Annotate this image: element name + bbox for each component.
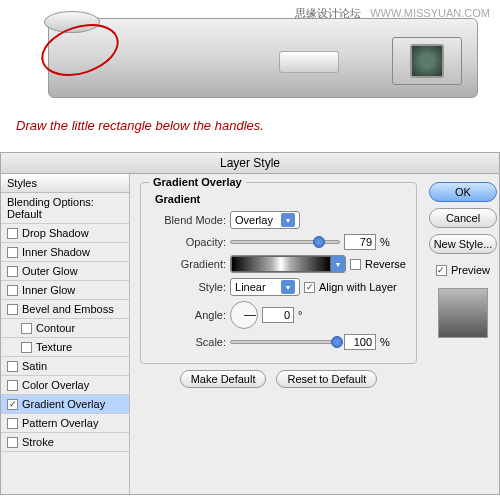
- style-label: Drop Shadow: [22, 227, 89, 239]
- style-label: Satin: [22, 360, 47, 372]
- style-item[interactable]: Contour: [1, 319, 129, 338]
- style-item[interactable]: Pattern Overlay: [1, 414, 129, 433]
- style-label: Bevel and Emboss: [22, 303, 114, 315]
- style-checkbox[interactable]: [7, 418, 18, 429]
- style-item[interactable]: Texture: [1, 338, 129, 357]
- camera-illustration: [8, 18, 492, 110]
- angle-label: Angle:: [151, 309, 226, 321]
- right-button-panel: OK Cancel New Style... ✓ Preview: [427, 174, 499, 494]
- new-style-button[interactable]: New Style...: [429, 234, 497, 254]
- reverse-checkbox[interactable]: [350, 259, 361, 270]
- dialog-title: Layer Style: [1, 153, 499, 174]
- style-item[interactable]: Inner Glow: [1, 281, 129, 300]
- preview-checkbox[interactable]: ✓: [436, 265, 447, 276]
- styles-list: Styles Blending Options: Default Drop Sh…: [1, 174, 130, 494]
- style-checkbox[interactable]: ✓: [7, 399, 18, 410]
- style-label: Texture: [36, 341, 72, 353]
- style-label: Gradient Overlay: [22, 398, 105, 410]
- blending-options[interactable]: Blending Options: Default: [1, 193, 129, 224]
- sub-title: Gradient: [155, 193, 406, 205]
- opacity-input[interactable]: 79: [344, 234, 376, 250]
- scale-label: Scale:: [151, 336, 226, 348]
- style-label: Color Overlay: [22, 379, 89, 391]
- cancel-button[interactable]: Cancel: [429, 208, 497, 228]
- style-item[interactable]: ✓Gradient Overlay: [1, 395, 129, 414]
- style-label: Style:: [151, 281, 226, 293]
- preview-label: Preview: [451, 264, 490, 276]
- style-item[interactable]: Bevel and Emboss: [1, 300, 129, 319]
- gradient-picker[interactable]: ▾: [230, 255, 346, 273]
- angle-dial[interactable]: [230, 301, 258, 329]
- group-title: Gradient Overlay: [149, 176, 246, 188]
- align-label: Align with Layer: [319, 281, 397, 293]
- layer-style-dialog: Layer Style Styles Blending Options: Def…: [0, 152, 500, 495]
- style-checkbox[interactable]: [7, 285, 18, 296]
- style-label: Pattern Overlay: [22, 417, 98, 429]
- style-label: Inner Glow: [22, 284, 75, 296]
- scale-input[interactable]: 100: [344, 334, 376, 350]
- scale-slider[interactable]: [230, 340, 340, 344]
- styles-header[interactable]: Styles: [1, 174, 129, 193]
- style-label: Outer Glow: [22, 265, 78, 277]
- opacity-label: Opacity:: [151, 236, 226, 248]
- reset-default-button[interactable]: Reset to Default: [276, 370, 377, 388]
- style-item[interactable]: Color Overlay: [1, 376, 129, 395]
- style-item[interactable]: Drop Shadow: [1, 224, 129, 243]
- style-checkbox[interactable]: [21, 323, 32, 334]
- reverse-label: Reverse: [365, 258, 406, 270]
- make-default-button[interactable]: Make Default: [180, 370, 267, 388]
- style-label: Contour: [36, 322, 75, 334]
- style-item[interactable]: Stroke: [1, 433, 129, 452]
- gradient-label: Gradient:: [151, 258, 226, 270]
- style-item[interactable]: Outer Glow: [1, 262, 129, 281]
- align-checkbox[interactable]: ✓: [304, 282, 315, 293]
- blend-mode-select[interactable]: Overlay▾: [230, 211, 300, 229]
- blend-mode-label: Blend Mode:: [151, 214, 226, 226]
- style-item[interactable]: Satin: [1, 357, 129, 376]
- gradient-overlay-panel: Gradient Overlay Gradient Blend Mode: Ov…: [130, 174, 427, 494]
- style-checkbox[interactable]: [7, 228, 18, 239]
- style-label: Stroke: [22, 436, 54, 448]
- style-label: Inner Shadow: [22, 246, 90, 258]
- style-select[interactable]: Linear▾: [230, 278, 300, 296]
- style-checkbox[interactable]: [7, 437, 18, 448]
- opacity-slider[interactable]: [230, 240, 340, 244]
- style-checkbox[interactable]: [7, 266, 18, 277]
- style-checkbox[interactable]: [7, 361, 18, 372]
- ok-button[interactable]: OK: [429, 182, 497, 202]
- instruction-text: Draw the little rectangle below the hand…: [16, 118, 492, 133]
- style-checkbox[interactable]: [7, 380, 18, 391]
- style-checkbox[interactable]: [7, 304, 18, 315]
- preview-swatch: [438, 288, 488, 338]
- angle-input[interactable]: 0: [262, 307, 294, 323]
- style-checkbox[interactable]: [7, 247, 18, 258]
- style-checkbox[interactable]: [21, 342, 32, 353]
- style-item[interactable]: Inner Shadow: [1, 243, 129, 262]
